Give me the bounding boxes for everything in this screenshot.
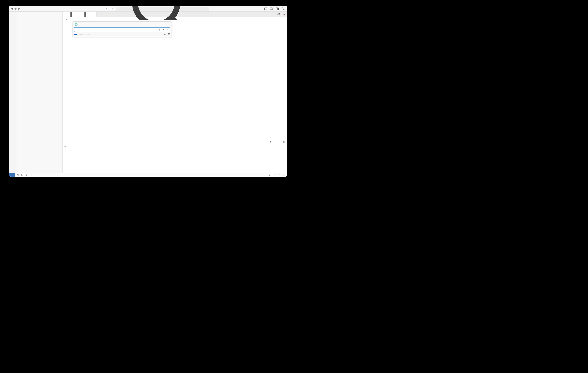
terminal-icon — [251, 141, 253, 143]
editor-more-actions-icon[interactable]: ··· — [283, 13, 285, 15]
toggle-secondary-sidebar-icon[interactable] — [276, 7, 279, 10]
notifications-status[interactable] — [282, 174, 286, 176]
chevron-down-icon[interactable] — [260, 141, 263, 143]
toggle-panel-icon[interactable] — [270, 7, 273, 10]
terminal-cursor — [69, 146, 70, 148]
kill-terminal-icon[interactable] — [269, 141, 272, 143]
nav-back-icon[interactable]: ← — [106, 7, 108, 10]
panel: ··· — [63, 139, 287, 173]
copilot-chat-input[interactable] — [76, 28, 157, 31]
customize-layout-icon[interactable] — [282, 7, 285, 10]
error-icon — [17, 174, 19, 176]
copilot-avatar — [74, 23, 77, 26]
file-icon — [65, 18, 67, 20]
command-center-search[interactable] — [116, 7, 209, 11]
code-editor[interactable] — [63, 20, 287, 139]
split-editor-icon[interactable] — [277, 13, 280, 16]
close-window-button[interactable] — [11, 8, 13, 10]
bell-icon — [283, 174, 285, 176]
workspace-root-item[interactable]: ⌄ — [17, 17, 62, 20]
chevron-down-icon[interactable] — [86, 34, 90, 35]
vscode-window: ← → ⌄ — [9, 6, 287, 177]
maximize-panel-icon[interactable] — [278, 141, 281, 143]
check-icon — [30, 174, 32, 176]
thumbs-down-icon[interactable] — [168, 33, 170, 35]
chevron-down-icon: ⌄ — [17, 18, 19, 20]
regenerate-icon[interactable] — [81, 34, 85, 35]
info-icon — [269, 174, 271, 176]
close-panel-icon[interactable] — [283, 141, 285, 143]
attach-context-icon[interactable] — [162, 28, 165, 31]
toggle-primary-sidebar-icon[interactable] — [264, 7, 267, 10]
new-terminal-icon[interactable] — [256, 141, 258, 143]
thumbs-up-icon[interactable] — [164, 33, 166, 35]
aws-profile-status[interactable] — [29, 174, 34, 176]
feedback-status[interactable] — [24, 174, 29, 176]
copilot-inline-chat — [73, 22, 172, 37]
broadcast-tower-icon — [25, 174, 28, 176]
activity-bar — [9, 11, 17, 173]
tab-indexjs[interactable] — [63, 11, 96, 17]
traffic-lights — [11, 8, 20, 10]
problems-status[interactable] — [16, 174, 24, 176]
copilot-status[interactable] — [277, 174, 282, 176]
zoom-window-button[interactable] — [18, 8, 20, 10]
prompt-status-icon — [64, 146, 66, 148]
broadcast-icon — [273, 174, 276, 176]
go-live-status[interactable] — [272, 174, 277, 176]
status-bar — [9, 173, 287, 177]
split-terminal-icon[interactable] — [265, 141, 267, 143]
terminal-output[interactable] — [63, 144, 287, 173]
send-icon[interactable] — [166, 28, 169, 31]
remote-indicator[interactable] — [9, 173, 15, 177]
warning-icon — [21, 174, 23, 176]
explorer-sidebar: ⌄ — [17, 11, 63, 173]
accept-button[interactable] — [74, 34, 77, 35]
terminal-instance[interactable] — [251, 141, 254, 143]
discard-button[interactable] — [78, 34, 81, 35]
microphone-icon[interactable] — [158, 28, 161, 31]
chat-input-row — [74, 27, 170, 32]
minimize-window-button[interactable] — [14, 8, 17, 10]
nav-forward-icon[interactable]: → — [111, 7, 113, 10]
title-bar: ← → — [9, 6, 287, 11]
kiota-status[interactable] — [267, 174, 272, 176]
copilot-icon — [278, 174, 280, 176]
panel-more-actions-icon[interactable]: ··· — [274, 141, 276, 143]
